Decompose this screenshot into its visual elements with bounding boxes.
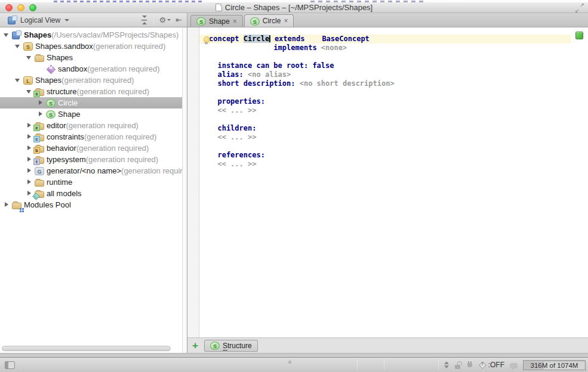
fullscreen-icon[interactable]: ↗ ↙ (575, 4, 584, 13)
concept-icon (196, 17, 206, 26)
editor-tab-circle[interactable]: Circle× (244, 14, 294, 27)
tree-horizontal-scrollbar[interactable] (2, 346, 171, 351)
folder-icon (35, 180, 44, 187)
main-split: Shapes (/Users/vaclav/MPSProjects/Shapes… (0, 27, 588, 353)
editor-line[interactable]: << ... >> (199, 106, 588, 115)
tree-item-name: Shapes.sandbox (35, 42, 93, 51)
code-segment: <no short description> (300, 79, 395, 88)
editor-line[interactable]: implements <none> (199, 44, 588, 52)
tree-item-suffix: (generation required) (84, 132, 156, 141)
tree-row-structure[interactable]: structure (generation required) (0, 86, 187, 97)
chevron-down-icon[interactable] (26, 55, 33, 60)
tree-item-name: Shapes (24, 30, 51, 39)
settings-button[interactable]: ⚙ (159, 16, 171, 24)
tree-row-modules-pool[interactable]: Modules Pool (0, 199, 187, 210)
tree-row-editor[interactable]: editor (generation required) (0, 120, 187, 131)
editor-line[interactable] (199, 52, 588, 61)
close-icon[interactable]: × (284, 18, 288, 24)
typesystem-status[interactable]: :OFF (479, 361, 504, 369)
folder-editor-icon (35, 123, 44, 130)
zoom-window-button[interactable] (29, 4, 36, 11)
model-m-icon (46, 64, 56, 73)
chevron-right-icon[interactable] (4, 202, 10, 207)
editor-tab-shape[interactable]: Shape× (190, 15, 243, 27)
editor-column: concept Circle extends BaseConcept imple… (187, 27, 588, 353)
tree-item-name: structure (47, 87, 77, 96)
toolbar-row: Logical View ⚙ ⇤ Shape×Circle× (0, 13, 588, 27)
tree-row-typesystem[interactable]: typesystem (generation required) (0, 154, 187, 165)
tree-row-shape[interactable]: Shape (0, 108, 187, 120)
view-selector-button[interactable]: Logical View (2, 14, 73, 26)
tree-row-behavior[interactable]: behavior (generation required) (0, 142, 187, 154)
lock-icon[interactable] (455, 361, 461, 369)
tree-row-runtime[interactable]: runtime (0, 176, 187, 188)
tree-row-circle[interactable]: Circle (0, 97, 187, 108)
sort-arrows-icon[interactable] (444, 361, 450, 368)
editor-line[interactable]: children: (199, 124, 588, 133)
chevron-right-icon[interactable] (38, 111, 44, 117)
tree-item-name: Circle (58, 98, 78, 107)
collapse-all-button[interactable] (140, 16, 149, 24)
chevron-down-icon[interactable] (15, 44, 21, 49)
chevron-right-icon[interactable] (26, 157, 33, 162)
tree-row-all-models[interactable]: all models (0, 188, 187, 199)
inspection-status-icon[interactable] (575, 32, 583, 39)
editor-line[interactable] (199, 115, 588, 124)
chevron-right-icon[interactable] (26, 179, 33, 185)
tree-row-generator-no-name[interactable]: generator/<no name> (generation required… (0, 165, 187, 176)
folder-models-icon (35, 191, 44, 198)
close-icon[interactable]: × (233, 18, 237, 24)
memory-indicator[interactable]: 316M of 1074M (523, 360, 586, 370)
code-segment: children: (209, 124, 256, 132)
tree-row-shapes[interactable]: Shapes (/Users/vaclav/MPSProjects/Shapes… (0, 29, 187, 41)
toolbar-separator (153, 16, 154, 24)
editor-line[interactable]: short description: <no short description… (199, 79, 588, 88)
close-window-button[interactable] (5, 4, 13, 11)
code-segment: BaseConcept (322, 35, 369, 43)
tree-item-suffix: (generation required) (66, 121, 138, 130)
chevron-right-icon[interactable] (26, 168, 33, 173)
editor-line[interactable]: alias: <no alias> (199, 70, 588, 79)
minimize-window-button[interactable] (17, 4, 24, 11)
chevron-down-icon[interactable] (26, 89, 33, 94)
editor-line[interactable] (199, 142, 588, 151)
editor-line[interactable]: properties: (199, 97, 588, 106)
tree-item-name: editor (47, 121, 66, 130)
editor-content[interactable]: concept Circle extends BaseConcept imple… (199, 27, 588, 337)
toolwindow-toggle-icon[interactable] (5, 361, 15, 369)
hide-panel-button[interactable]: ⇤ (176, 16, 182, 24)
tree-item-name: sandbox (58, 64, 87, 73)
tree-row-shapes[interactable]: Shapes (generation required) (0, 75, 187, 86)
chevron-down-icon[interactable] (15, 78, 21, 83)
chevron-down-icon (167, 19, 171, 21)
document-icon (216, 4, 222, 11)
chevron-right-icon[interactable] (26, 191, 33, 196)
editor-view[interactable]: concept Circle extends BaseConcept imple… (187, 27, 588, 337)
tree-row-shapes-sandbox[interactable]: Shapes.sandbox (generation required) (0, 41, 187, 52)
editor-line[interactable]: << ... >> (199, 133, 588, 142)
event-log-icon[interactable] (510, 363, 518, 368)
tree-vertical-scrollbar[interactable] (182, 27, 187, 353)
chevron-right-icon[interactable] (26, 145, 33, 151)
tree-item-name: generator/<no name> (47, 166, 121, 175)
editor-line[interactable]: references: (199, 151, 588, 160)
plugin-icon[interactable] (467, 361, 473, 369)
chevron-right-icon[interactable] (26, 123, 33, 128)
chevron-right-icon[interactable] (38, 100, 44, 106)
code-segment: properties: (209, 97, 265, 106)
tree-row-sandbox[interactable]: sandbox (generation required) (0, 63, 187, 75)
editor-bottom-tabstrip: + Structure (187, 337, 588, 353)
editor-line[interactable]: instance can be root: false (199, 61, 588, 70)
editor-line[interactable]: concept Circle extends BaseConcept (199, 35, 588, 44)
editor-line[interactable]: << ... >> (199, 160, 588, 169)
tree-row-shapes[interactable]: Shapes (0, 52, 187, 63)
intention-bulb-icon[interactable] (204, 36, 210, 44)
chevron-down-icon[interactable] (4, 32, 10, 38)
editor-line[interactable] (199, 88, 588, 97)
add-aspect-button[interactable]: + (190, 340, 201, 352)
chevron-right-icon[interactable] (26, 134, 33, 140)
tree-item-suffix: (generation required) (87, 64, 159, 73)
tree-row-constraints[interactable]: constraints (generation required) (0, 131, 187, 142)
editor-gutter (187, 27, 199, 337)
structure-aspect-tab[interactable]: Structure (204, 340, 258, 352)
